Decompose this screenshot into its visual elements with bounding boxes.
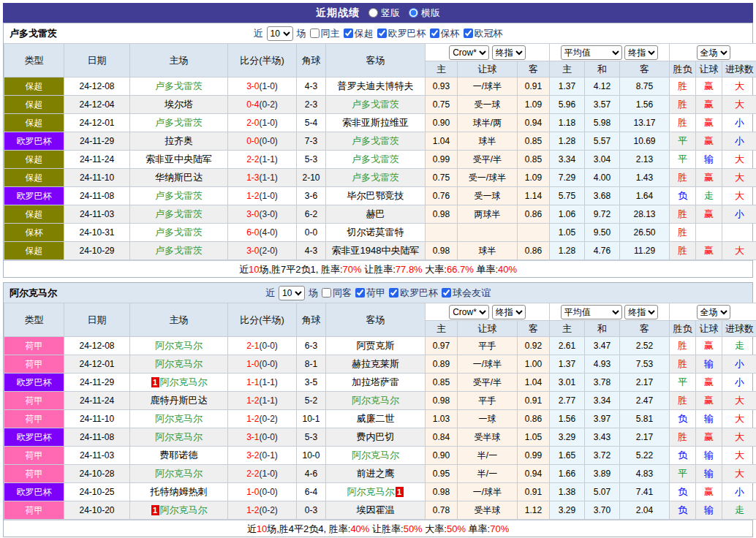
summary-text: 单率: [474,264,498,275]
col-score: 比分(半场) [228,44,297,77]
recent-results-panel: 近期战绩 竖版 横版 卢多戈雷茨 近 10 场 同主 保超欧罗巴杯保杯欧冠杯 [3,3,753,537]
horizontal-layout-radio[interactable]: 横版 [409,7,440,20]
league-filter[interactable]: 保超 [344,27,374,40]
match-date: 24-11-24 [64,392,130,410]
scope-select[interactable]: 全场 [697,45,730,60]
match-score: 3-2(0-1) [228,447,297,465]
avg-away-cell: 1.64 [620,187,670,205]
team-name: 阿尔克马尔 [10,287,57,300]
league-checkbox[interactable] [389,288,398,298]
odds-home-cell: 1.03 [426,410,458,428]
corner-count: 3-6 [297,187,326,205]
handicap-result-cell: 赢 [696,169,722,187]
odds-away-cell: 0.86 [518,205,550,224]
handicap-result-cell: 输 [696,151,722,169]
horizontal-radio-input[interactable] [409,8,418,18]
avg-source-select[interactable]: 平均值 [561,305,622,319]
odds-home-cell: 0.84 [426,428,458,447]
league-filter[interactable]: 荷甲 [355,287,385,300]
avg-away-cell: 11.29 [620,242,670,260]
matches-label: 场 [297,27,306,40]
handicap-line-cell: 受平/半 [458,374,518,392]
odds-time-select[interactable]: 终指 [492,45,526,60]
same-venue-checkbox[interactable] [310,29,320,38]
summary-text: 70% [343,264,362,275]
match-score: 2-2(1-1) [228,151,297,169]
handicap-result-cell: 赢 [696,114,722,132]
odds-source-select[interactable]: Crow* [449,45,489,60]
red-card-badge: 1 [151,377,159,387]
scope-select-cell: 全场 [670,303,756,321]
league-checkbox[interactable] [442,288,451,298]
match-row: 欧罗巴杯24-11-29拉齐奥0-0(0-0)7-3卢多戈雷茨1.04球半0.8… [4,132,756,151]
title-bar: 近期战绩 竖版 横版 [3,3,753,23]
home-team: 费耶诺德 [130,447,228,465]
league-label: 保超 [355,27,374,40]
result-cell: 负 [670,187,696,205]
league-checkbox[interactable] [377,29,387,38]
match-date: 24-10-25 [64,483,130,501]
odds-home-cell: 0.90 [426,114,458,132]
league-checkbox[interactable] [464,29,473,38]
avg-time-select[interactable]: 终指 [624,45,658,60]
home-team: 拉齐奥 [130,132,228,151]
avg-source-select[interactable]: 平均值 [561,45,622,60]
odds-select-cell: Crow* 终指 [426,44,550,61]
match-count-select[interactable]: 10 [279,286,305,300]
league-checkbox[interactable] [355,288,365,298]
odds-time-select[interactable]: 终指 [492,305,526,319]
avg-draw-cell: 3.68 [585,187,620,205]
odds-source-select[interactable]: Crow* [449,305,489,319]
same-venue-filter[interactable]: 同客 [322,287,352,300]
col-corner: 角球 [297,44,326,77]
result-cell: 平 [670,465,696,483]
league-checkbox[interactable] [344,29,353,38]
result-cell: 胜 [670,114,696,132]
odds-away-cell [518,224,550,242]
avg-away-cell: 26.50 [620,224,670,242]
matches-label: 场 [309,287,318,300]
handicap-result-cell: 赢 [696,483,722,501]
col-avg-away: 客 [620,61,670,77]
result-cell: 胜 [670,169,696,187]
home-team: 阿尔克马尔 [130,337,228,355]
match-date: 24-12-08 [64,337,130,355]
league-filter[interactable]: 欧冠杯 [464,27,503,40]
corner-count: 0-0 [297,224,326,242]
col-goals: 进球数 [722,61,756,77]
league-filter[interactable]: 欧罗巴杯 [377,27,426,40]
avg-home-cell: 1.37 [550,77,585,96]
avg-away-cell: 5.22 [620,447,670,465]
goals-cell: 走 [722,337,756,355]
avg-time-select[interactable]: 终指 [624,305,658,319]
summary-text: 40% [498,264,517,275]
league-checkbox[interactable] [430,29,439,38]
league-badge: 保超 [4,151,64,169]
page-title: 近期战绩 [316,7,360,20]
handicap-line-cell: 受一球 [458,187,518,205]
same-venue-label: 同客 [333,287,352,300]
away-team: 索非亚斯拉维亚 [326,114,426,132]
handicap-result-cell: 赢 [696,132,722,151]
league-filter[interactable]: 球会友谊 [442,287,491,300]
same-venue-filter[interactable]: 同主 [310,27,340,40]
summary-text: 让胜率: [362,264,396,275]
league-badge: 荷甲 [4,355,64,374]
goals-cell: 大 [722,151,756,169]
vertical-layout-radio[interactable]: 竖版 [368,7,400,20]
same-venue-checkbox[interactable] [322,288,331,298]
match-date: 24-11-29 [64,132,130,151]
corner-count: 4-3 [297,242,326,260]
league-filter[interactable]: 保杯 [430,27,460,40]
handicap-line-cell: 球半/两 [458,114,518,132]
avg-home-cell: 3.29 [550,501,585,520]
team-section-ludogorets: 卢多戈雷茨 近 10 场 同主 保超欧罗巴杯保杯欧冠杯 [3,23,753,278]
red-card-badge: 1 [396,487,404,497]
handicap-result-cell: 输 [696,465,722,483]
league-filter[interactable]: 欧罗巴杯 [389,287,438,300]
scope-select[interactable]: 全场 [697,305,730,319]
vertical-radio-input[interactable] [368,8,378,18]
odds-away-cell: 0.85 [518,151,550,169]
league-label: 球会友谊 [453,287,491,300]
match-count-select[interactable]: 10 [267,26,293,41]
